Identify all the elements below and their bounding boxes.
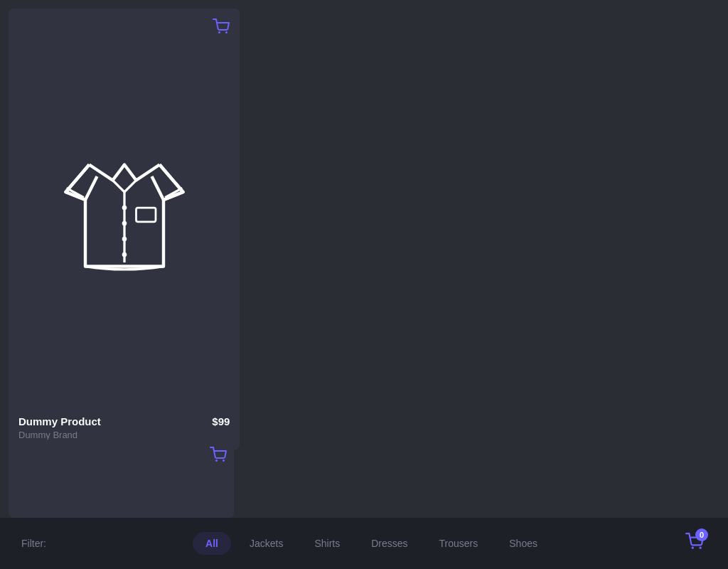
tab-all[interactable]: All xyxy=(193,532,231,555)
filter-label: Filter: xyxy=(7,538,46,549)
svg-point-0 xyxy=(218,31,220,33)
nav-inner: Filter: All Jackets Shirts Dresses Trous… xyxy=(0,532,728,555)
tab-jackets[interactable]: Jackets xyxy=(237,532,296,555)
filter-tabs: All Jackets Shirts Dresses Trousers Shoe… xyxy=(58,532,685,555)
main-content: Dummy Product Dummy Brand $99 xyxy=(0,0,728,569)
tab-dresses[interactable]: Dresses xyxy=(358,532,420,555)
cart-button-container: 0 xyxy=(685,533,721,554)
svg-point-1 xyxy=(225,31,228,33)
cart-badge: 0 xyxy=(695,528,708,541)
svg-point-6 xyxy=(122,252,127,257)
shirt-icon xyxy=(46,129,203,286)
svg-point-10 xyxy=(692,547,694,549)
svg-point-8 xyxy=(215,459,218,462)
svg-point-3 xyxy=(122,206,127,211)
cart-main-button[interactable]: 0 xyxy=(685,533,704,554)
svg-point-5 xyxy=(122,237,127,242)
tab-shoes[interactable]: Shoes xyxy=(496,532,550,555)
svg-point-9 xyxy=(223,459,225,462)
bottom-navigation: Filter: All Jackets Shirts Dresses Trous… xyxy=(0,518,728,569)
product-name-1: Dummy Product xyxy=(18,415,101,427)
product-grid: Dummy Product Dummy Brand $99 xyxy=(9,9,719,450)
product-price-1: $99 xyxy=(212,415,230,427)
tab-trousers[interactable]: Trousers xyxy=(427,532,491,555)
add-to-cart-button-2[interactable] xyxy=(210,447,227,467)
product-image-container-1 xyxy=(9,9,240,407)
svg-rect-7 xyxy=(136,208,156,222)
svg-point-11 xyxy=(700,547,702,549)
add-to-cart-button-1[interactable] xyxy=(213,18,230,38)
product-card-1[interactable]: Dummy Product Dummy Brand $99 xyxy=(9,9,240,450)
product-brand-1: Dummy Brand xyxy=(18,430,101,440)
svg-point-4 xyxy=(122,221,127,226)
tab-shirts[interactable]: Shirts xyxy=(301,532,353,555)
product-card-2[interactable] xyxy=(9,440,234,518)
